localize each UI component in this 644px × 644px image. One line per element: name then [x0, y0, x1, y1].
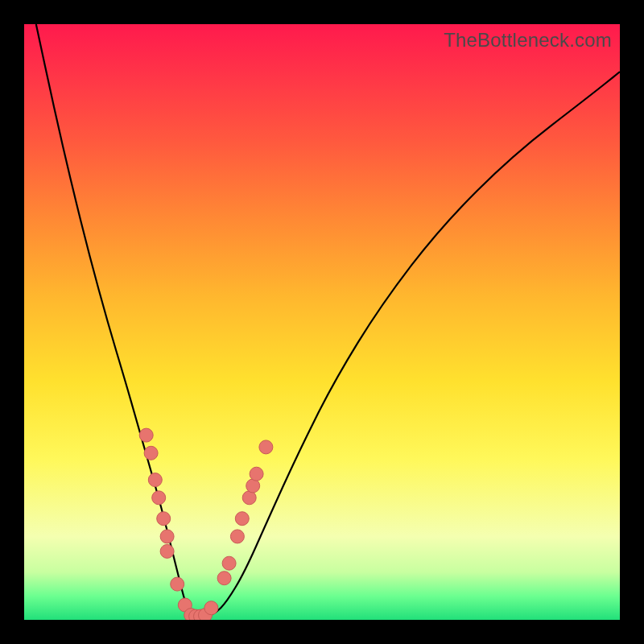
data-marker — [235, 512, 249, 526]
data-marker — [152, 491, 166, 505]
data-marker — [259, 440, 273, 454]
data-marker — [160, 544, 174, 558]
marker-group — [139, 428, 273, 620]
data-marker — [204, 601, 218, 615]
chart-frame: TheBottleneck.com — [24, 24, 620, 620]
data-marker — [139, 428, 153, 442]
data-marker — [230, 530, 244, 543]
data-marker — [160, 530, 174, 543]
data-marker — [157, 512, 171, 526]
data-marker — [250, 467, 263, 481]
watermark-text: TheBottleneck.com — [444, 29, 612, 52]
data-marker — [171, 577, 184, 591]
data-marker — [144, 446, 158, 460]
bottleneck-curve — [36, 24, 620, 617]
data-marker — [148, 473, 162, 487]
chart-svg — [24, 24, 620, 620]
data-marker — [222, 556, 236, 570]
data-marker — [217, 572, 231, 585]
